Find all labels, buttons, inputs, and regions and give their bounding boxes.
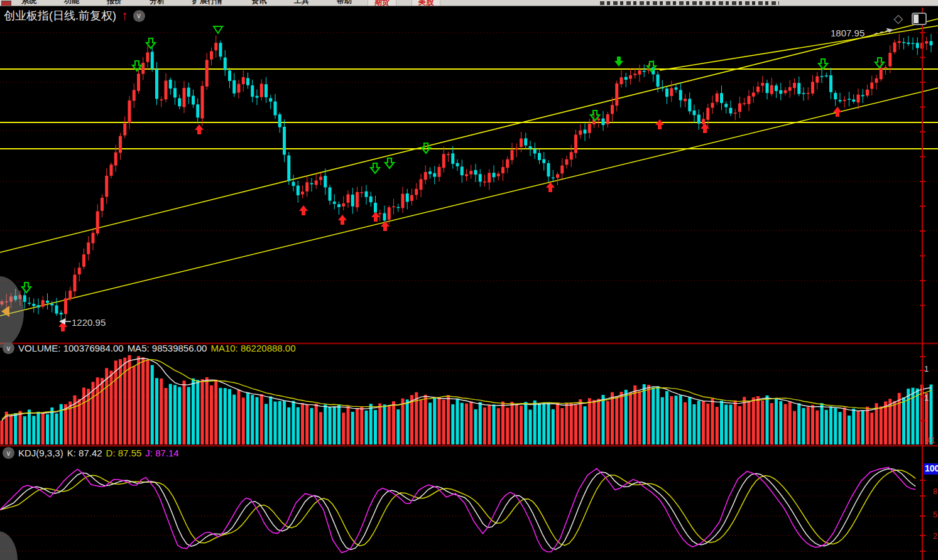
kdj-axis-tick-80: 8 xyxy=(933,487,938,496)
sell-signal-arrow-solid xyxy=(614,57,623,67)
volume-value: 100376984.00 xyxy=(63,343,124,353)
page-title: 创业板指(日线.前复权) xyxy=(4,8,116,23)
kdj-axis-tick-50: 5 xyxy=(933,510,938,519)
k-label: K: xyxy=(67,448,76,458)
chevron-down-icon[interactable]: ∨ xyxy=(133,10,145,22)
sell-signal-arrow-hollow xyxy=(819,59,827,69)
volume-axis-tick-mid: 1 xyxy=(924,393,937,402)
ma10-value: 86220888.00 xyxy=(241,343,296,353)
horizontal-trendlines-layer xyxy=(0,69,938,149)
collapse-volume-icon[interactable]: ∨ xyxy=(3,342,14,354)
high-price-annotation: 1807.95 xyxy=(831,28,864,38)
corner-icons: ◇ xyxy=(893,11,927,26)
candles-layer xyxy=(1,34,933,321)
frame-layer xyxy=(0,8,938,560)
sell-signal-arrow-hollow xyxy=(385,158,394,168)
j-label: J: xyxy=(145,448,153,458)
split-panel-icon[interactable] xyxy=(912,13,927,25)
sell-signal-arrow-hollow xyxy=(22,283,31,293)
trading-terminal: { "menu": { "items": ["系统", "功能", "报价", … xyxy=(0,0,938,560)
kdj-label: KDJ(9,3,3) xyxy=(18,448,63,458)
peak-triangle-marker xyxy=(214,26,222,33)
kdj-current-value-badge: 100 xyxy=(924,463,938,475)
annotation-arrows-layer xyxy=(59,28,893,325)
ma5-label: MA5: xyxy=(128,343,150,353)
buy-signal-arrow xyxy=(371,212,380,222)
kdj-panel-header: ∨ KDJ(9,3,3) K: 87.42 D: 87.55 J: 87.14 xyxy=(3,447,179,459)
buy-signal-arrow xyxy=(833,107,842,117)
chart-title-bar: 创业板指(日线.前复权) ↑ ∨ xyxy=(4,8,145,24)
d-label: D: xyxy=(106,448,116,458)
ma5-value: 98539856.00 xyxy=(152,343,207,353)
price-chart-svg xyxy=(0,0,938,560)
volume-axis-tick-top: 1 xyxy=(924,364,937,374)
diagonal-trendlines-layer xyxy=(0,19,938,316)
volume-label: VOLUME: xyxy=(18,343,61,353)
low-price-annotation: 1220.95 xyxy=(72,317,106,328)
ma10-label: MA10: xyxy=(210,343,237,353)
signal-markers-layer xyxy=(22,26,884,331)
k-value: 87.42 xyxy=(79,448,102,458)
collapse-kdj-icon[interactable]: ∨ xyxy=(3,447,14,459)
buy-signal-arrow xyxy=(546,182,555,192)
price-up-arrow-icon: ↑ xyxy=(121,10,128,21)
volume-bars-layer xyxy=(1,355,933,444)
buy-signal-arrow xyxy=(655,119,664,129)
j-value: 87.14 xyxy=(155,448,179,458)
buy-signal-arrow xyxy=(299,205,308,215)
gridlines-layer xyxy=(0,33,938,551)
sell-signal-arrow-hollow xyxy=(875,58,884,68)
buy-signal-arrow xyxy=(338,215,347,225)
volume-panel-header: ∨ VOLUME: 100376984.00 MA5: 98539856.00 … xyxy=(3,342,296,354)
sell-signal-arrow-hollow xyxy=(371,163,379,173)
scale-multiplier-label: X1 xyxy=(925,435,935,445)
diamond-icon[interactable]: ◇ xyxy=(893,11,903,26)
kdj-lines-layer xyxy=(0,467,915,552)
page-left-arrow-icon xyxy=(1,306,9,317)
kdj-axis-tick-20: 2 xyxy=(933,531,938,541)
buy-signal-arrow xyxy=(195,124,204,134)
d-value: 87.55 xyxy=(118,448,142,458)
